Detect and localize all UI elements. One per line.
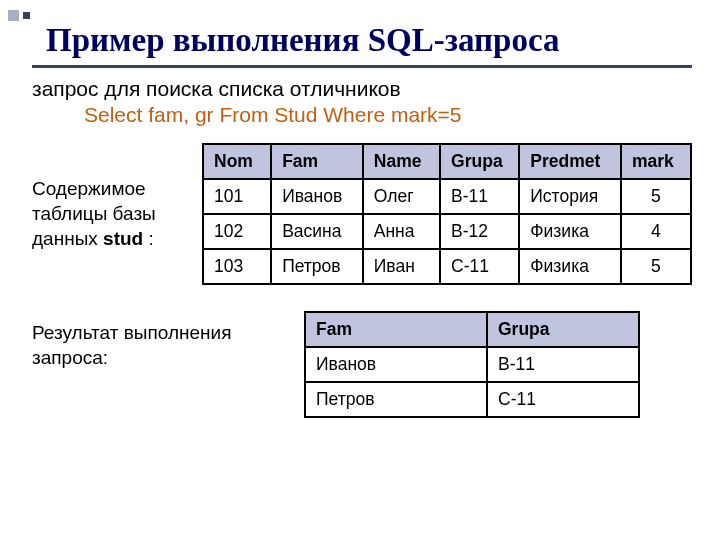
- decor-squares: [8, 10, 30, 21]
- col-fam: Fam: [305, 312, 487, 347]
- table-row: Петров С-11: [305, 382, 639, 417]
- title-underline: [32, 65, 692, 68]
- col-mark: mark: [621, 144, 691, 179]
- stud-table: Nom Fam Name Grupa Predmet mark 101 Иван…: [202, 143, 692, 285]
- page-title: Пример выполнения SQL-запроса: [46, 22, 692, 59]
- table-row: 101 Иванов Олег В-11 История 5: [203, 179, 691, 214]
- col-grupa: Grupa: [440, 144, 519, 179]
- intro-text: запрос для поиска списка отличников Sele…: [32, 76, 692, 130]
- sql-statement: Select fam, gr From Stud Where mark=5: [84, 102, 692, 129]
- table-row: Иванов В-11: [305, 347, 639, 382]
- table-row: 102 Васина Анна В-12 Физика 4: [203, 214, 691, 249]
- col-predmet: Predmet: [519, 144, 621, 179]
- col-fam: Fam: [271, 144, 363, 179]
- intro-line: запрос для поиска списка отличников: [32, 77, 401, 100]
- col-nom: Nom: [203, 144, 271, 179]
- col-name: Name: [363, 144, 440, 179]
- table-row: 103 Петров Иван С-11 Физика 5: [203, 249, 691, 284]
- col-grupa: Grupa: [487, 312, 639, 347]
- result-table: Fam Grupa Иванов В-11 Петров С-11: [304, 311, 640, 418]
- table1-caption: Содержимое таблицы базы данных stud :: [32, 143, 184, 251]
- result-caption: Результат выполнения запроса:: [32, 311, 264, 370]
